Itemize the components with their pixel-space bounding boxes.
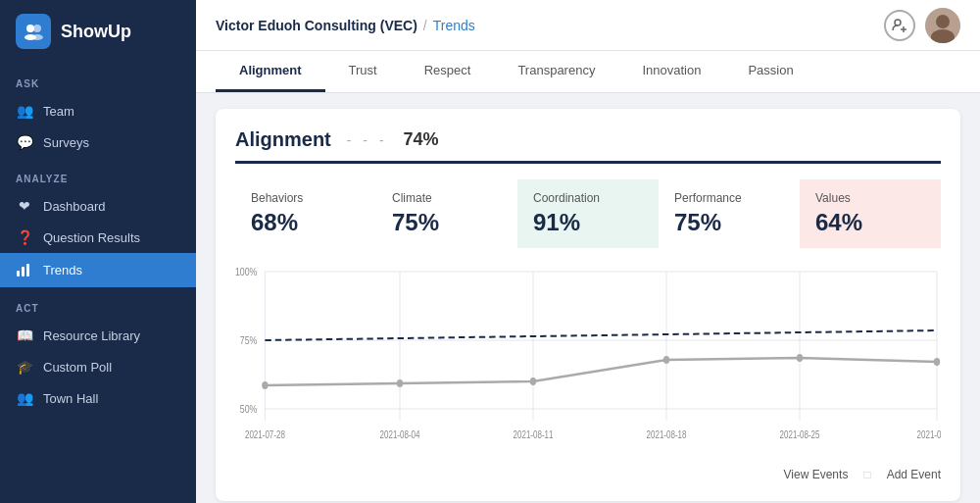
- surveys-icon: 💬: [16, 134, 33, 150]
- svg-point-7: [895, 20, 901, 25]
- main: Victor Eduoh Consulting (VEC) / Trends: [196, 0, 980, 503]
- town-hall-icon: 👥: [16, 390, 33, 406]
- svg-text:2021-08-18: 2021-08-18: [647, 429, 687, 440]
- svg-point-33: [397, 379, 403, 387]
- sidebar-item-surveys[interactable]: 💬 Surveys: [0, 126, 196, 158]
- section-ask: ASK: [0, 63, 196, 95]
- metric-values-label: Values: [815, 191, 925, 205]
- section-analyze: ANALYZE: [0, 158, 196, 190]
- resource-icon: 📖: [16, 327, 33, 343]
- svg-rect-6: [26, 264, 29, 277]
- sidebar-item-question-results[interactable]: ❓ Question Results: [0, 222, 196, 253]
- svg-point-3: [31, 34, 43, 40]
- tabs: Alignment Trust Respect Transparency Inn…: [196, 51, 980, 93]
- custom-poll-icon: 🎓: [16, 359, 33, 375]
- svg-point-36: [797, 354, 803, 362]
- card-percent: 74%: [404, 129, 439, 150]
- svg-line-31: [265, 330, 937, 340]
- sidebar-item-town-hall-label: Town Hall: [43, 391, 98, 406]
- metric-climate-label: Climate: [392, 191, 502, 205]
- sidebar-item-surveys-label: Surveys: [43, 135, 89, 150]
- sidebar-sections: ASK 👥 Team 💬 Surveys ANALYZE ❤ Dashboard…: [0, 63, 196, 414]
- tab-trust[interactable]: Trust: [325, 51, 401, 92]
- sidebar-item-team-label: Team: [43, 104, 74, 119]
- sidebar-item-dashboard-label: Dashboard: [43, 199, 106, 214]
- sidebar-item-resource-library[interactable]: 📖 Resource Library: [0, 320, 196, 351]
- metric-values-value: 64%: [815, 209, 925, 236]
- svg-point-34: [530, 377, 536, 385]
- metrics-row: Behaviors 68% Climate 75% Coordination 9…: [235, 179, 941, 248]
- header-right: [884, 8, 960, 43]
- dashboard-icon: ❤: [16, 198, 33, 214]
- sidebar-item-resource-library-label: Resource Library: [43, 328, 140, 343]
- question-icon: ❓: [16, 229, 33, 245]
- chart-footer: View Events □ Add Event: [235, 468, 941, 481]
- sidebar-item-town-hall[interactable]: 👥 Town Hall: [0, 382, 196, 414]
- team-icon: 👥: [16, 103, 33, 119]
- card-header: Alignment - - - 74%: [235, 128, 941, 164]
- sidebar-item-dashboard[interactable]: ❤ Dashboard: [0, 190, 196, 222]
- avatar: [925, 8, 960, 43]
- logo-text: ShowUp: [61, 22, 131, 42]
- section-act: ACT: [0, 287, 196, 320]
- tab-alignment[interactable]: Alignment: [216, 51, 325, 92]
- breadcrumb: Victor Eduoh Consulting (VEC) / Trends: [216, 18, 475, 33]
- trends-icon: [16, 261, 33, 279]
- sidebar: ShowUp ASK 👥 Team 💬 Surveys ANALYZE ❤ Da…: [0, 0, 196, 503]
- svg-text:2021-08-25: 2021-08-25: [780, 429, 820, 440]
- tab-respect[interactable]: Respect: [401, 51, 495, 92]
- org-name: Victor Eduoh Consulting (VEC): [216, 18, 417, 33]
- sidebar-item-question-results-label: Question Results: [43, 230, 140, 245]
- metric-coordination-value: 91%: [533, 209, 643, 236]
- metric-behaviors: Behaviors 68%: [235, 179, 376, 248]
- svg-point-0: [26, 25, 34, 32]
- metric-climate: Climate 75%: [376, 179, 517, 248]
- sidebar-item-team[interactable]: 👥 Team: [0, 95, 196, 126]
- svg-rect-4: [17, 271, 20, 277]
- view-events-button[interactable]: View Events: [784, 468, 849, 481]
- metric-behaviors-value: 68%: [251, 209, 361, 236]
- metric-climate-value: 75%: [392, 209, 502, 236]
- metric-performance-value: 75%: [674, 209, 784, 236]
- metric-behaviors-label: Behaviors: [251, 191, 361, 205]
- svg-text:2021-09-01: 2021-09-01: [917, 429, 941, 440]
- svg-text:2021-07-28: 2021-07-28: [245, 429, 285, 440]
- svg-point-35: [663, 356, 669, 364]
- card-title: Alignment: [235, 128, 331, 151]
- chart-svg: 100% 75% 50% 2021-07-28 2: [235, 264, 941, 460]
- sidebar-item-trends[interactable]: Trends: [0, 253, 196, 287]
- alignment-card: Alignment - - - 74% Behaviors 68% Climat…: [216, 109, 960, 501]
- metric-performance: Performance 75%: [659, 179, 800, 248]
- content: Alignment - - - 74% Behaviors 68% Climat…: [196, 93, 980, 503]
- sidebar-item-custom-poll[interactable]: 🎓 Custom Poll: [0, 351, 196, 382]
- svg-text:2021-08-11: 2021-08-11: [514, 429, 554, 440]
- svg-text:75%: 75%: [240, 334, 258, 346]
- svg-rect-5: [22, 267, 24, 277]
- breadcrumb-page: Trends: [433, 18, 475, 33]
- tab-innovation[interactable]: Innovation: [618, 51, 724, 92]
- metric-coordination: Coordination 91%: [517, 179, 659, 248]
- logo-area: ShowUp: [0, 0, 196, 63]
- metric-performance-label: Performance: [674, 191, 784, 205]
- tab-passion[interactable]: Passion: [724, 51, 816, 92]
- sidebar-item-custom-poll-label: Custom Poll: [43, 360, 112, 375]
- chart-container: 100% 75% 50% 2021-07-28 2: [235, 264, 941, 460]
- sidebar-item-trends-label: Trends: [43, 263, 82, 277]
- card-dashes: - - -: [347, 132, 388, 148]
- svg-text:2021-08-04: 2021-08-04: [380, 429, 420, 440]
- svg-text:100%: 100%: [235, 266, 258, 277]
- tab-transparency[interactable]: Transparency: [494, 51, 618, 92]
- svg-point-11: [936, 15, 950, 28]
- breadcrumb-sep: /: [423, 18, 427, 33]
- svg-point-32: [262, 381, 268, 389]
- svg-point-1: [33, 25, 41, 32]
- header: Victor Eduoh Consulting (VEC) / Trends: [196, 0, 980, 51]
- metric-coordination-label: Coordination: [533, 191, 643, 205]
- add-event-button[interactable]: Add Event: [887, 468, 941, 481]
- add-user-button[interactable]: [884, 10, 915, 41]
- metric-values: Values 64%: [800, 179, 941, 248]
- svg-text:50%: 50%: [240, 403, 258, 415]
- svg-point-37: [934, 358, 940, 366]
- logo-icon: [16, 14, 51, 49]
